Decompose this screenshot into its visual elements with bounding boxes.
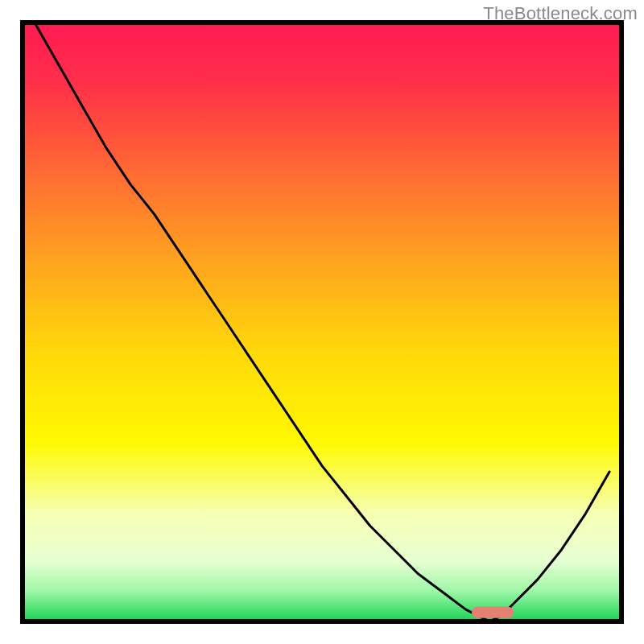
chart-svg bbox=[0, 0, 644, 644]
watermark-text: TheBottleneck.com bbox=[483, 3, 638, 24]
plot-background bbox=[23, 23, 621, 621]
trough-marker bbox=[472, 607, 514, 618]
chart-container: TheBottleneck.com bbox=[0, 0, 644, 644]
